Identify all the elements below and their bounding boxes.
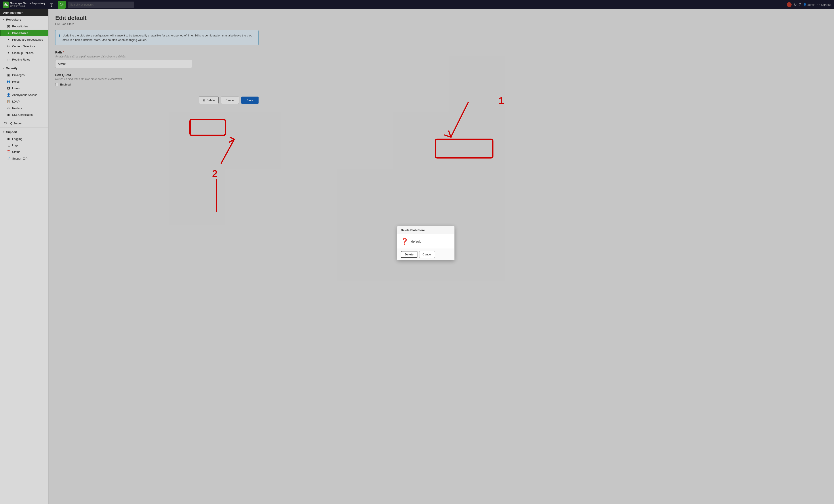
dialog-blob-name: default: [411, 240, 420, 243]
dialog-cancel-button[interactable]: Cancel: [419, 251, 435, 258]
delete-dialog: Delete Blob Store ❓ default Delete Cance…: [397, 226, 455, 260]
dialog-actions: Delete Cancel: [397, 248, 454, 260]
dialog-delete-button[interactable]: Delete: [401, 251, 417, 258]
modal-overlay[interactable]: Delete Blob Store ❓ default Delete Cance…: [0, 0, 834, 504]
dialog-title: Delete Blob Store: [397, 226, 454, 234]
dialog-body: ❓ default: [397, 234, 454, 248]
dialog-question-icon: ❓: [401, 238, 409, 245]
